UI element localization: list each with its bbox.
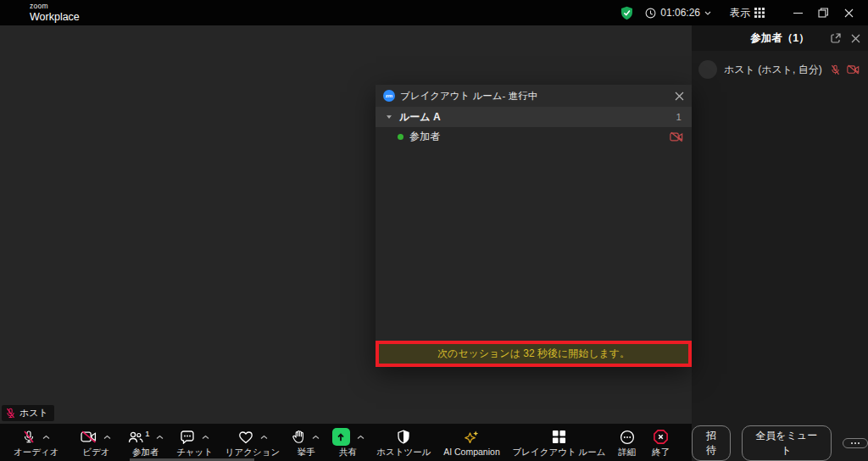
zoom-workplace-logo: zoom Workplace: [30, 3, 80, 22]
raised-hand-icon: [292, 430, 305, 444]
audio-label: オーディオ: [14, 447, 58, 457]
room-name: ルーム A: [399, 110, 441, 125]
more-label: 詳細: [618, 447, 636, 457]
breakout-rooms-button[interactable]: ブレイクアウト ルーム: [509, 424, 609, 461]
self-name-tag: ホスト: [2, 405, 54, 421]
presence-dot-icon: [398, 134, 403, 140]
video-button[interactable]: ビデオ: [77, 424, 114, 461]
room-participant-count: 1: [676, 112, 682, 122]
close-window-button[interactable]: [836, 0, 861, 25]
breakout-rooms-label: ブレイクアウト ルーム: [512, 447, 605, 457]
video-menu-chevron[interactable]: [103, 435, 111, 440]
ai-companion-button[interactable]: AI Companion: [440, 424, 504, 461]
avatar: [698, 60, 717, 79]
panel-more-button[interactable]: [843, 438, 868, 448]
session-countdown-text: 次のセッションは 32 秒後に開始します。: [437, 347, 630, 361]
meeting-timer[interactable]: 01:06:26: [645, 7, 711, 19]
brand-zoom: zoom: [30, 3, 80, 10]
audio-button[interactable]: オーディオ: [10, 424, 62, 461]
brand-workplace: Workplace: [30, 12, 80, 23]
host-tools-button[interactable]: ホストツール: [373, 424, 434, 461]
session-countdown-alert: 次のセッションは 32 秒後に開始します。: [376, 341, 692, 367]
breakout-room-a-row[interactable]: ルーム A 1: [376, 107, 692, 127]
meeting-timer-value: 01:06:26: [660, 7, 700, 19]
participants-label: 参加者: [132, 447, 159, 457]
participant-host-row[interactable]: ホスト (ホスト, 自分): [692, 51, 868, 79]
participants-button[interactable]: 1 参加者: [124, 424, 167, 461]
reactions-button[interactable]: リアクション: [222, 424, 283, 461]
participants-count-badge: 1: [145, 429, 149, 438]
mic-muted-icon: [22, 430, 36, 444]
camera-off-icon: [670, 131, 683, 142]
participants-icon: [127, 430, 144, 444]
share-screen-label: 共有: [339, 447, 357, 457]
title-bar: zoom Workplace 01:06:26 表示: [0, 0, 868, 25]
end-meeting-button[interactable]: 終了: [648, 429, 673, 457]
popout-panel-icon[interactable]: [830, 32, 842, 44]
chevron-down-icon: [704, 11, 711, 15]
breakout-rooms-dialog: zm ブレイクアウト ルーム- 進行中 ルーム A 1 参加者 次のセッションは…: [376, 85, 692, 367]
meeting-toolbar: オーディオ ビデオ 1: [0, 424, 692, 461]
camera-off-icon: [847, 64, 860, 75]
participants-panel-footer: 招待 全員をミュート: [692, 425, 868, 461]
mic-muted-icon: [5, 408, 16, 419]
share-menu-chevron[interactable]: [357, 435, 364, 440]
more-ellipsis-icon: [620, 430, 635, 445]
close-dialog-icon[interactable]: [675, 92, 684, 101]
clock-icon: [645, 8, 656, 19]
zoom-app-icon: zm: [383, 90, 395, 102]
view-label: 表示: [730, 6, 750, 20]
participants-menu-chevron[interactable]: [156, 435, 164, 440]
raise-hand-button[interactable]: 挙手: [289, 424, 323, 461]
end-meeting-icon: [653, 429, 669, 445]
audio-menu-chevron[interactable]: [42, 435, 50, 440]
restore-button[interactable]: [810, 0, 836, 25]
security-shield-icon[interactable]: [620, 6, 633, 20]
mute-all-button[interactable]: 全員をミュート: [742, 425, 832, 461]
participants-panel: 参加者（1） ホスト (ホスト, 自分) 招待 全員をミュート: [692, 25, 868, 461]
reactions-label: リアクション: [225, 447, 280, 457]
minimize-button[interactable]: [785, 0, 810, 25]
invite-button[interactable]: 招待: [692, 425, 731, 461]
end-meeting-label: 終了: [652, 447, 670, 457]
heart-reaction-icon: [238, 430, 253, 444]
chat-label: チャット: [176, 447, 213, 457]
chat-menu-chevron[interactable]: [202, 435, 209, 440]
chat-icon: [180, 430, 195, 444]
breakout-dialog-title: ブレイクアウト ルーム- 進行中: [400, 90, 537, 103]
room-participant-name: 参加者: [409, 130, 440, 144]
participants-panel-header: 参加者（1）: [692, 25, 868, 51]
grid-view-icon: [754, 8, 765, 18]
more-button[interactable]: 詳細: [615, 424, 639, 461]
chat-button[interactable]: チャット: [173, 424, 216, 461]
ai-companion-label: AI Companion: [443, 447, 500, 457]
view-button[interactable]: 表示: [730, 6, 765, 20]
participant-host-name: ホスト (ホスト, 自分): [724, 63, 822, 77]
mic-muted-icon: [830, 64, 841, 75]
breakout-dialog-header[interactable]: zm ブレイクアウト ルーム- 進行中: [376, 85, 692, 107]
host-tools-label: ホストツール: [376, 447, 431, 457]
camera-off-icon: [81, 430, 97, 443]
close-panel-icon[interactable]: [851, 34, 860, 43]
reactions-menu-chevron[interactable]: [260, 435, 268, 440]
participants-panel-title: 参加者（1）: [750, 31, 809, 46]
collapse-triangle-icon[interactable]: [386, 114, 392, 119]
self-name-label: ホスト: [19, 407, 48, 419]
ai-sparkle-icon: [463, 430, 480, 445]
breakout-grid-icon: [552, 430, 566, 444]
share-screen-icon: [332, 428, 350, 446]
raise-hand-menu-chevron[interactable]: [312, 435, 320, 440]
raise-hand-label: 挙手: [297, 447, 314, 457]
room-participant-row[interactable]: 参加者: [376, 127, 692, 146]
video-label: ビデオ: [82, 447, 109, 457]
shield-icon: [397, 430, 410, 444]
share-screen-button[interactable]: 共有: [329, 424, 368, 461]
